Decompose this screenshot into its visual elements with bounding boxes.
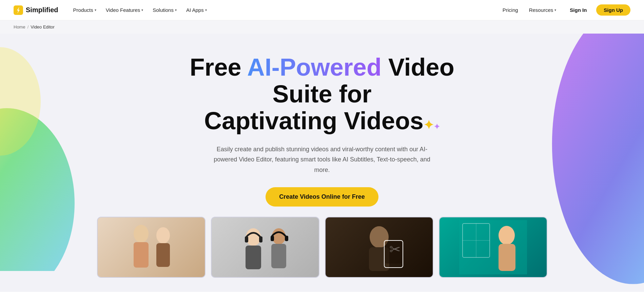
hero-section: Free AI-Powered Video Suite for Captivat… bbox=[0, 34, 644, 291]
svg-point-2 bbox=[0, 108, 75, 271]
svg-rect-10 bbox=[246, 246, 261, 269]
logo-link[interactable]: Simplified bbox=[14, 5, 58, 15]
svg-point-4 bbox=[552, 34, 644, 284]
signup-button[interactable]: Sign Up bbox=[596, 4, 630, 16]
chevron-down-icon: ▾ bbox=[554, 8, 556, 12]
cta-button[interactable]: Create Videos Online for Free bbox=[266, 187, 378, 207]
svg-rect-12 bbox=[259, 236, 262, 242]
main-navigation: Simplified Products ▾ Video Features ▾ S… bbox=[0, 0, 644, 20]
nav-pricing[interactable]: Pricing bbox=[499, 5, 522, 15]
breadcrumb-home[interactable]: Home bbox=[14, 24, 25, 30]
left-blob bbox=[0, 34, 88, 271]
svg-rect-15 bbox=[271, 236, 274, 241]
video-thumbnail-4[interactable] bbox=[439, 217, 547, 278]
svg-point-13 bbox=[272, 228, 286, 245]
svg-point-26 bbox=[499, 226, 515, 245]
sparkle-small-icon: ✦ bbox=[434, 122, 440, 131]
svg-rect-6 bbox=[134, 242, 149, 268]
svg-point-9 bbox=[246, 228, 261, 246]
breadcrumb: Home / Video Editor bbox=[0, 20, 644, 34]
video-thumbnail-1[interactable] bbox=[97, 217, 206, 278]
svg-point-3 bbox=[0, 47, 41, 156]
nav-solutions[interactable]: Solutions ▾ bbox=[149, 5, 181, 15]
svg-rect-14 bbox=[271, 244, 286, 268]
sparkle-large-icon: ✦ bbox=[424, 118, 434, 132]
chevron-down-icon: ▾ bbox=[141, 8, 143, 12]
breadcrumb-separator: / bbox=[27, 24, 29, 30]
hero-subtitle: Easily create and publish stunning video… bbox=[214, 144, 431, 175]
svg-point-7 bbox=[156, 227, 170, 244]
nav-ai-apps[interactable]: AI Apps ▾ bbox=[182, 5, 211, 15]
thumbnails-row: ✂ bbox=[83, 207, 561, 278]
video-thumbnail-2[interactable] bbox=[211, 217, 319, 278]
nav-resources[interactable]: Resources ▾ bbox=[525, 5, 561, 15]
svg-rect-22 bbox=[459, 220, 527, 274]
nav-products[interactable]: Products ▾ bbox=[69, 5, 100, 15]
svg-rect-11 bbox=[245, 236, 248, 242]
svg-point-5 bbox=[134, 225, 149, 242]
chevron-down-icon: ▾ bbox=[95, 8, 96, 12]
nav-left: Simplified Products ▾ Video Features ▾ S… bbox=[14, 5, 211, 15]
svg-rect-16 bbox=[285, 236, 288, 241]
video-thumbnail-3[interactable]: ✂ bbox=[325, 217, 433, 278]
hero-content: Free AI-Powered Video Suite for Captivat… bbox=[170, 54, 475, 207]
svg-rect-8 bbox=[156, 243, 170, 267]
nav-video-features[interactable]: Video Features ▾ bbox=[102, 5, 147, 15]
breadcrumb-current: Video Editor bbox=[31, 24, 55, 30]
nav-right: Pricing Resources ▾ Sign In Sign Up bbox=[499, 4, 630, 16]
signin-button[interactable]: Sign In bbox=[563, 4, 593, 16]
svg-rect-21 bbox=[385, 241, 402, 264]
svg-rect-27 bbox=[499, 244, 515, 271]
chevron-down-icon: ▾ bbox=[175, 8, 177, 12]
hero-title: Free AI-Powered Video Suite for Captivat… bbox=[170, 54, 475, 135]
logo-text: Simplified bbox=[26, 6, 58, 14]
nav-links: Products ▾ Video Features ▾ Solutions ▾ … bbox=[69, 5, 211, 15]
logo-icon bbox=[14, 5, 23, 15]
chevron-down-icon: ▾ bbox=[205, 8, 207, 12]
